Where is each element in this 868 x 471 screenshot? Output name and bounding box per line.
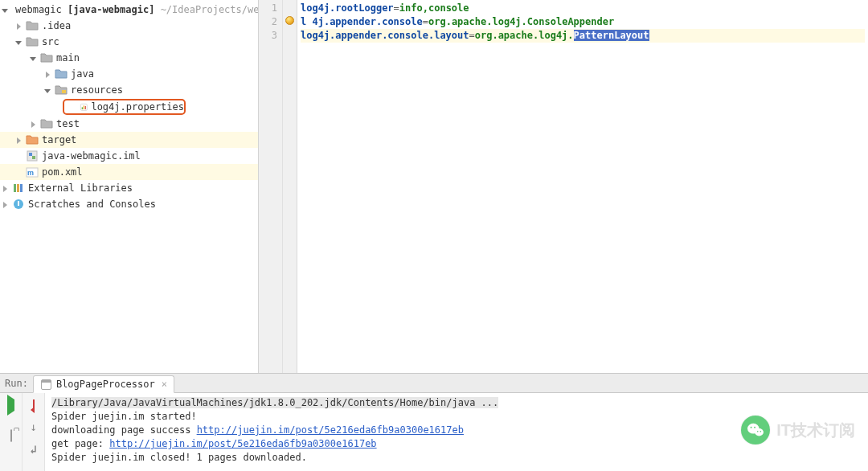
svg-point-28	[754, 427, 755, 428]
tree-node-test[interactable]: test	[0, 116, 258, 132]
tree-label: Scratches and Consoles	[28, 199, 156, 210]
rerun-button[interactable]	[33, 399, 35, 411]
spacer	[71, 103, 76, 111]
console-link[interactable]: http://juejin.im/post/5e216eda6fb9a0300e…	[197, 424, 464, 436]
svg-rect-6	[62, 90, 66, 93]
tree-label: resources	[71, 84, 123, 96]
marker-gutter	[283, 0, 297, 373]
tree-node-scratches[interactable]: Scratches and Consoles	[0, 196, 258, 212]
code-line[interactable]: l​o4j.appender.console=org.apache.log4j.…	[301, 15, 865, 29]
folder-excluded-icon	[26, 133, 39, 146]
svg-marker-3	[30, 57, 36, 61]
svg-rect-8	[81, 107, 82, 109]
svg-point-29	[757, 431, 759, 432]
selection: PatternLayout	[574, 30, 649, 41]
console-link[interactable]: http://juejin.im/post/5e216eda6fb9a0300e…	[109, 438, 376, 449]
breakpoint-icon[interactable]	[285, 16, 294, 25]
svg-marker-1	[17, 23, 21, 30]
line-number: 1	[259, 2, 282, 15]
svg-marker-11	[31, 121, 35, 128]
svg-marker-22	[3, 202, 7, 208]
console-cmd: /Library/Java/JavaVirtualMachines/jdk1.8…	[51, 397, 498, 408]
svg-marker-4	[46, 72, 50, 78]
module-icon	[26, 149, 39, 162]
tree-node-target[interactable]: target	[0, 132, 258, 148]
tree-label: java-webmagic.iml	[42, 150, 141, 162]
svg-point-30	[760, 431, 762, 432]
svg-point-26	[755, 428, 764, 436]
wechat-icon	[741, 416, 770, 444]
chevron-right-icon	[1, 200, 9, 208]
tree-label: target	[42, 134, 76, 145]
console-line: get page: http://juejin.im/post/5e216eda…	[51, 438, 377, 449]
tree-label: log4j.properties	[91, 101, 184, 113]
folder-icon	[26, 19, 39, 32]
run-tab[interactable]: BlogPageProcessor ×	[33, 375, 174, 393]
console-line: downloading page success http://juejin.i…	[51, 424, 464, 436]
folder-icon	[40, 117, 53, 130]
app-icon	[40, 378, 53, 391]
spacer	[14, 152, 23, 160]
line-number-gutter: 1 2 3	[259, 0, 283, 373]
scroll-down-button[interactable]: ↓	[30, 420, 36, 433]
chevron-right-icon	[43, 70, 51, 78]
run-toolbar-left	[0, 393, 23, 471]
folder-src-icon	[55, 68, 68, 80]
tree-node-external-libraries[interactable]: External Libraries	[0, 180, 258, 196]
line-number: 2	[259, 15, 282, 29]
tree-label: java	[71, 68, 94, 80]
chevron-right-icon	[14, 22, 23, 30]
code-area[interactable]: log4j.rootLogger=info,console l​o4j.appe…	[297, 0, 868, 373]
watermark-text: IT技术订阅	[776, 420, 855, 441]
svg-rect-10	[84, 106, 85, 109]
spacer	[14, 168, 23, 176]
maven-icon: m	[26, 166, 39, 178]
libraries-icon	[12, 182, 25, 195]
tree-label: External Libraries	[28, 182, 133, 194]
run-label: Run:	[5, 378, 28, 389]
chevron-down-icon	[14, 38, 23, 46]
svg-point-27	[751, 427, 752, 428]
svg-rect-21	[20, 184, 23, 192]
run-tool-window[interactable]: Run: BlogPageProcessor × ↓ ↲ /Library/Ja…	[0, 374, 868, 471]
chevron-down-icon	[29, 54, 37, 62]
console-line: Spider juejin.im closed! 1 pages downloa…	[51, 452, 307, 463]
run-play-button[interactable]	[7, 399, 14, 411]
folder-icon	[26, 35, 39, 48]
chevron-right-icon	[1, 184, 9, 192]
run-tab-label: BlogPageProcessor	[56, 379, 155, 390]
chevron-down-icon	[43, 86, 51, 94]
tree-node-log4j-properties[interactable]: log4j.properties	[63, 99, 186, 115]
close-icon[interactable]: ×	[158, 379, 167, 390]
tree-node-resources[interactable]: resources	[0, 82, 258, 98]
tree-node-java[interactable]: java	[0, 66, 258, 82]
svg-rect-24	[18, 201, 19, 206]
soft-wrap-button[interactable]: ↲	[30, 443, 36, 456]
chevron-down-icon	[1, 6, 9, 14]
properties-file-icon	[80, 100, 88, 113]
project-tree[interactable]: webmagic [java-webmagic] ~/IdeaProjects/…	[0, 0, 259, 373]
code-line-current[interactable]: log4j.appender.console.layout=org.apache…	[301, 29, 865, 43]
svg-marker-2	[15, 41, 22, 45]
tree-root[interactable]: webmagic [java-webmagic] ~/IdeaProjects/…	[0, 2, 258, 18]
tree-node-src[interactable]: src	[0, 34, 258, 50]
folder-resources-icon	[55, 84, 68, 96]
tree-node-idea[interactable]: .idea	[0, 18, 258, 34]
tree-label: main	[56, 52, 80, 63]
tree-node-pom[interactable]: m pom.xml	[0, 164, 258, 180]
tree-label: .idea	[42, 20, 71, 31]
editor[interactable]: 1 2 3 log4j.rootLogger=info,console l​o4…	[259, 0, 868, 373]
code-line[interactable]: log4j.rootLogger=info,console	[301, 2, 865, 15]
scratches-icon	[12, 198, 25, 211]
chevron-right-icon	[29, 120, 37, 128]
svg-marker-0	[2, 9, 8, 13]
svg-rect-15	[32, 156, 35, 159]
svg-marker-12	[17, 137, 21, 144]
tree-node-main[interactable]: main	[0, 50, 258, 66]
svg-rect-19	[14, 184, 16, 192]
svg-rect-9	[83, 105, 84, 109]
svg-text:m: m	[27, 169, 34, 177]
watermark: IT技术订阅	[741, 416, 855, 444]
tree-node-iml[interactable]: java-webmagic.iml	[0, 148, 258, 164]
run-camera-button[interactable]	[10, 430, 12, 441]
